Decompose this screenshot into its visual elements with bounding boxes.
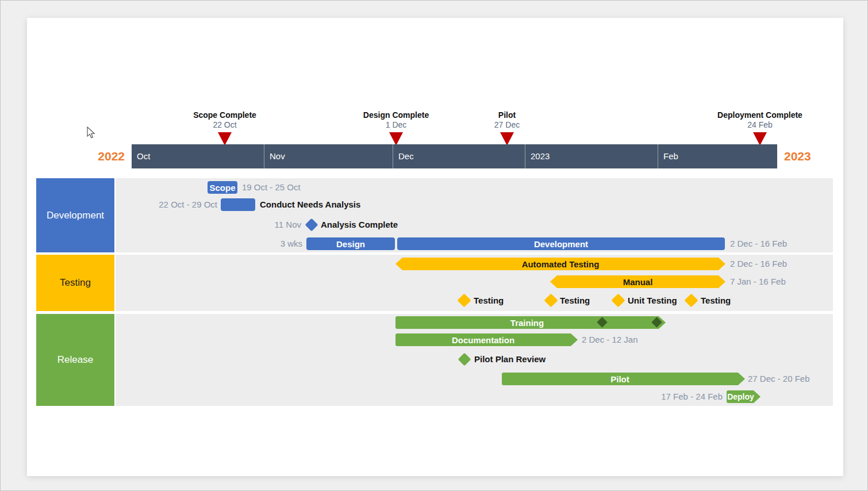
task-name: Conduct Needs Analysis — [260, 198, 360, 211]
timeline-canvas: Scope Complete 22 Oct Design Complete 1 … — [0, 0, 868, 491]
milestone-title: Scope Complete — [156, 110, 294, 120]
milestone-name: Testing — [560, 294, 590, 307]
task-date: 22 Oct - 29 Oct — [139, 198, 217, 211]
milestone-name: Pilot Plan Review — [474, 353, 546, 366]
lane-label-development[interactable]: Development — [36, 178, 114, 252]
task-bar-training[interactable]: Training — [395, 316, 666, 329]
mouse-cursor-icon — [86, 126, 95, 139]
lane-label-text: Testing — [60, 277, 91, 289]
milestone-date: 22 Oct — [156, 120, 294, 129]
task-bar-label: Design — [336, 239, 365, 249]
task-bar-label: Manual — [623, 277, 653, 287]
milestone-marker-icon[interactable] — [500, 132, 514, 145]
lane-label-release[interactable]: Release — [36, 314, 114, 406]
task-bar-deploy[interactable]: Deploy — [727, 390, 761, 403]
task-date: 27 Dec - 20 Feb — [748, 373, 810, 385]
band-month-nov: Nov — [264, 144, 393, 168]
band-month-feb: Feb — [658, 144, 777, 168]
task-date: 17 Feb - 24 Feb — [633, 390, 723, 403]
milestone-date: 24 Feb — [691, 120, 829, 129]
task-date: 19 Oct - 25 Oct — [242, 181, 301, 194]
task-date: 2 Dec - 16 Feb — [730, 237, 787, 250]
task-bar-development[interactable]: Development — [397, 237, 725, 250]
task-date: 7 Jan - 16 Feb — [730, 275, 786, 288]
task-bar-label: Development — [534, 239, 588, 249]
milestone-date: 11 Nov — [242, 218, 301, 231]
lane-label-testing[interactable]: Testing — [36, 255, 114, 311]
milestone-title: Deployment Complete — [691, 110, 829, 120]
milestone-name: Testing — [701, 294, 731, 307]
task-bar-conduct-needs-analysis[interactable] — [221, 198, 255, 211]
task-bar-documentation[interactable]: Documentation — [395, 333, 578, 346]
band-month-oct: Oct — [132, 144, 264, 168]
task-duration: 3 wks — [248, 237, 302, 250]
lane-label-text: Release — [57, 354, 93, 366]
milestone-date: 27 Dec — [438, 120, 576, 129]
milestone-marker-icon[interactable] — [389, 132, 403, 145]
milestone-title: Pilot — [438, 110, 576, 120]
task-bar-label: Pilot — [610, 374, 629, 384]
task-bar-label: Automated Testing — [522, 259, 600, 269]
band-month-jan-2023: 2023 — [525, 144, 658, 168]
task-bar-label: Documentation — [452, 335, 514, 345]
milestone-flag-scope-complete[interactable]: Scope Complete 22 Oct — [156, 110, 294, 129]
milestone-name: Unit Testing — [628, 294, 677, 307]
task-bar-label: Deploy — [727, 392, 754, 401]
task-bar-label: Training — [510, 318, 544, 328]
milestone-flag-pilot[interactable]: Pilot 27 Dec — [438, 110, 576, 129]
milestone-name: Testing — [474, 294, 504, 307]
year-label-left: 2022 — [81, 148, 125, 164]
milestone-flag-deployment-complete[interactable]: Deployment Complete 24 Feb — [691, 110, 829, 129]
lane-label-text: Development — [47, 210, 104, 221]
task-bar-manual[interactable]: Manual — [550, 275, 725, 288]
task-bar-pilot[interactable]: Pilot — [502, 373, 745, 385]
year-label-right: 2023 — [784, 148, 830, 164]
task-date: 2 Dec - 16 Feb — [730, 258, 787, 270]
milestone-name: Analysis Complete — [321, 218, 398, 231]
milestone-marker-icon[interactable] — [753, 132, 767, 145]
task-bar-automated-testing[interactable]: Automated Testing — [395, 258, 725, 270]
task-bar-scope[interactable]: Scope — [208, 181, 237, 194]
task-bar-design[interactable]: Design — [306, 237, 395, 250]
task-bar-label: Scope — [209, 183, 235, 193]
timescale-band: Oct Nov Dec 2023 Feb — [132, 144, 777, 168]
milestone-marker-icon[interactable] — [218, 132, 232, 145]
band-month-dec: Dec — [393, 144, 525, 168]
task-date: 2 Dec - 12 Jan — [582, 333, 638, 346]
